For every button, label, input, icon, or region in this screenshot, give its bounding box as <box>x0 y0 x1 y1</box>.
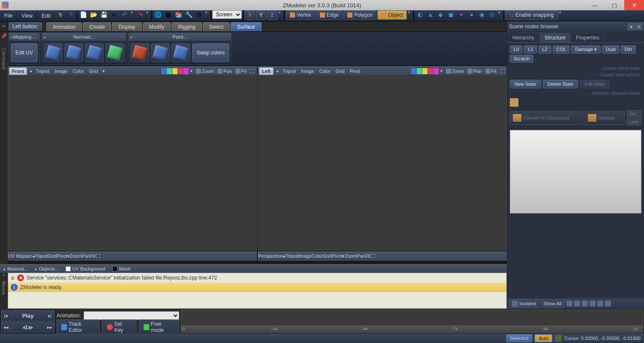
edge-mode-button[interactable]: Edge <box>316 10 343 20</box>
free-mode-button[interactable]: Free mode <box>139 319 179 335</box>
undo-icon[interactable]: ↶ <box>120 10 129 19</box>
color-strip[interactable] <box>161 68 189 74</box>
pivot-toggle[interactable]: Pivot <box>332 253 342 259</box>
expand-icon[interactable]: ▴ <box>11 35 13 39</box>
maximize-button[interactable]: ▢ <box>605 0 624 10</box>
expand-icon[interactable]: ▴ <box>44 35 46 39</box>
zoom-tool[interactable]: Zoom <box>444 69 466 74</box>
image-toggle[interactable]: Image <box>298 253 312 259</box>
tripod-toggle[interactable]: Tripod <box>285 253 298 259</box>
goto-start[interactable]: |◂ <box>1 310 11 321</box>
shape1-icon[interactable]: ◐ <box>416 10 424 19</box>
viewport-canvas[interactable] <box>8 76 256 250</box>
tab-select[interactable]: Select <box>203 22 230 31</box>
save-icon[interactable]: 💾 <box>100 10 108 19</box>
selected-status[interactable]: Selected <box>506 334 533 342</box>
node-box-icon[interactable] <box>510 98 518 107</box>
minimize-button[interactable]: — <box>585 0 605 10</box>
tripod-toggle[interactable]: Tripod <box>280 69 298 74</box>
tab-surface[interactable]: Surface <box>231 22 261 31</box>
delete-state-button[interactable]: Delete State <box>543 80 578 88</box>
preview-area[interactable] <box>510 130 641 214</box>
view-mode6[interactable] <box>605 301 611 307</box>
speed-indicator[interactable]: ◂ 1x ▸ <box>12 322 44 333</box>
close-button[interactable]: ✕ <box>624 0 644 10</box>
dismiss-button[interactable]: Dismiss <box>585 111 625 125</box>
msg-close-icon[interactable]: ✕ <box>2 273 6 277</box>
tab-animation[interactable]: Animation <box>46 22 82 31</box>
grid-toggle[interactable]: Grid <box>333 69 347 74</box>
isolated-toggle[interactable]: Isolated <box>509 299 539 308</box>
command-label[interactable]: Command <box>1 48 6 69</box>
axis-y-button[interactable]: Y <box>256 10 266 20</box>
color-toggle[interactable]: Color <box>317 69 333 74</box>
tab-rigging[interactable]: Rigging <box>172 22 202 31</box>
tab-display[interactable]: Display <box>112 22 141 31</box>
tab-structure[interactable]: Structure <box>540 33 570 42</box>
modebar-close[interactable]: ✕ <box>0 21 8 31</box>
view-mode5[interactable] <box>597 301 603 307</box>
animation-select[interactable] <box>84 311 179 320</box>
expand-viewport[interactable]: ⛶ <box>248 69 256 74</box>
layers-icon[interactable]: 📚 <box>175 10 183 19</box>
track-editor-button[interactable]: Track Editor <box>57 319 99 335</box>
zoom-tool[interactable]: Zoom <box>70 253 82 259</box>
pan-tool[interactable]: Pan <box>357 253 366 259</box>
shape5-icon[interactable]: ✦ <box>457 10 466 19</box>
material-dropdown[interactable]: ▴Material... <box>0 266 31 271</box>
viewport-label[interactable]: Perspective <box>258 253 283 259</box>
axis-dropdown[interactable]: ▾ <box>279 10 283 21</box>
pan-tool[interactable]: Pan <box>466 69 484 74</box>
viewport-canvas[interactable] <box>258 76 506 250</box>
pin-icon[interactable]: 📌 <box>1 33 7 39</box>
expand-icon[interactable]: ▴ <box>130 35 132 39</box>
object-mode-button[interactable]: Object <box>377 10 407 20</box>
shape-dropdown[interactable]: ▾ <box>498 10 503 21</box>
state-l1[interactable]: L1 <box>524 45 537 54</box>
undo-dropdown[interactable]: ▾ <box>131 10 135 21</box>
shape3-icon[interactable]: ◆ <box>436 10 445 19</box>
view-mode4[interactable] <box>590 301 596 307</box>
panel-minimize[interactable]: ▾ <box>628 23 635 30</box>
shape4-icon[interactable]: ◼ <box>447 10 455 19</box>
shape7-icon[interactable]: ◉ <box>478 10 486 19</box>
fit-tool[interactable]: Fit <box>90 253 95 259</box>
convert-compound-button[interactable]: Convert to Compound <box>510 111 583 125</box>
zoom-tool[interactable]: Zoom <box>194 69 216 74</box>
pivot-toggle[interactable]: Pivot <box>347 69 363 74</box>
uv-background-toggle[interactable]: UV Background <box>62 266 109 271</box>
state-col[interactable]: COL <box>553 45 570 54</box>
prev-arrow[interactable]: ◂ <box>274 69 280 73</box>
image-toggle[interactable]: Image <box>52 69 70 74</box>
view-mode1[interactable] <box>566 301 572 307</box>
render-mode-select[interactable]: Screen <box>212 10 242 19</box>
state-scratch[interactable]: Scratch <box>510 55 533 63</box>
color-strip[interactable] <box>411 68 439 74</box>
fit-tool[interactable]: Fit <box>365 253 370 259</box>
prev-arrow[interactable]: ◂ <box>28 69 33 73</box>
grid-toggle[interactable]: Grid <box>87 69 101 74</box>
color-dropdown[interactable]: ▾ <box>439 69 444 73</box>
redo-icon[interactable]: ↷ <box>136 10 144 19</box>
polygon-mode-button[interactable]: Polygon <box>343 10 376 20</box>
menu-view[interactable]: View <box>17 10 37 21</box>
pivot-toggle[interactable]: Pivot <box>57 253 67 259</box>
open-folder-icon[interactable]: 📂 <box>90 10 98 19</box>
edit-uv-button[interactable]: Edit UV <box>11 43 38 62</box>
play-button[interactable]: Play <box>12 310 44 321</box>
vertex-mode-button[interactable]: Vertex <box>286 10 315 20</box>
shape2-icon[interactable]: ▲ <box>426 10 435 19</box>
normals-tool4-button[interactable] <box>105 43 124 62</box>
pan-tool[interactable]: Pan <box>82 253 90 259</box>
color-dropdown[interactable]: ▾ <box>189 69 194 73</box>
help-icon[interactable]: ? <box>66 10 75 19</box>
paint-bucket-button[interactable] <box>151 43 170 62</box>
fit-tool[interactable]: Fit <box>484 69 498 74</box>
grid-icon[interactable]: ▦ <box>164 10 173 19</box>
status-icon[interactable] <box>555 335 562 342</box>
expand-viewport[interactable]: ⛶ <box>498 69 506 74</box>
state-dust[interactable]: Dust <box>602 45 620 54</box>
tab-modify[interactable]: Modify <box>143 22 171 31</box>
state-l0[interactable]: L0 <box>510 45 523 54</box>
globe-icon[interactable]: 🌐 <box>154 10 163 19</box>
